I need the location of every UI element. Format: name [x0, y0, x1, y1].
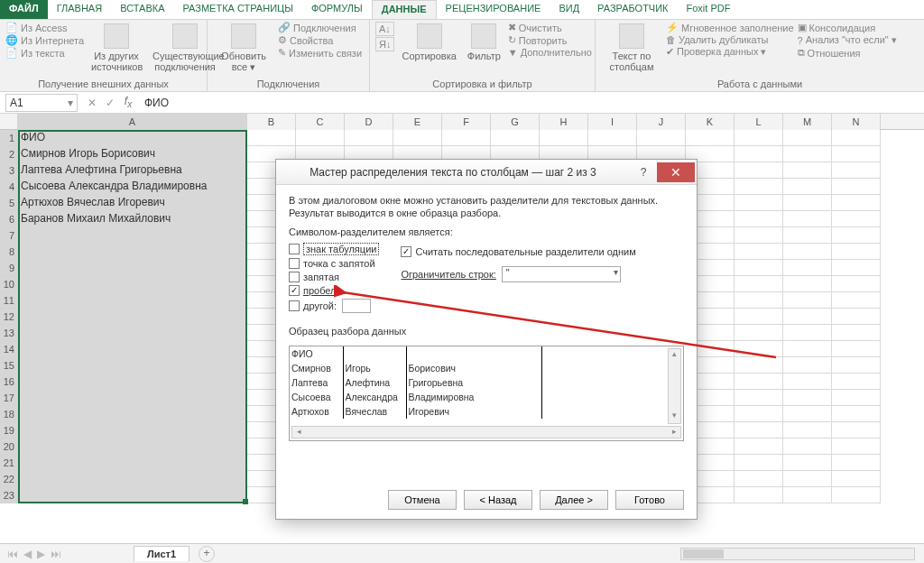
dialog-title: Мастер распределения текста по столбцам … [276, 166, 630, 179]
row-headers[interactable]: 1234567891011121314151617181920212223 [0, 130, 18, 503]
menu-data[interactable]: ДАННЫЕ [372, 0, 437, 19]
tab-nav-next-icon[interactable]: ▶ [37, 548, 45, 560]
rib-flash-fill[interactable]: ⚡ Мгновенное заполнение [666, 22, 794, 33]
chk-comma[interactable]: запятая [289, 272, 379, 282]
menu-formulas[interactable]: ФОРМУЛЫ [302, 0, 372, 19]
horizontal-scrollbar[interactable] [680, 548, 915, 560]
col-header-M[interactable]: M [783, 114, 832, 130]
rib-other-sources[interactable]: Из других источников [88, 22, 145, 74]
chk-semicolon[interactable]: точка с запятой [289, 258, 379, 269]
col-header-H[interactable]: H [540, 114, 588, 130]
group-title-sort: Сортировка и фильтр [375, 78, 589, 91]
btn-finish[interactable]: Готово [615, 490, 684, 510]
rib-advanced[interactable]: ▼ Дополнительно [508, 47, 592, 58]
col-header-G[interactable]: G [491, 114, 540, 130]
rib-sort[interactable]: Сортировка [398, 22, 459, 63]
formula-bar: A1▾ ✕ ✓ fx ФИО [0, 92, 924, 114]
menu-review[interactable]: РЕЦЕНЗИРОВАНИЕ [437, 0, 550, 19]
rib-sort-az-icon[interactable]: А↓ [375, 22, 394, 36]
col-header-K[interactable]: K [686, 114, 735, 130]
rib-from-web[interactable]: 🌐 Из Интернета [5, 34, 84, 46]
sheet-tab-bar: ⏮ ◀ ▶ ⏭ Лист1 + [0, 543, 924, 563]
rib-reapply[interactable]: ↻ Повторить [508, 34, 592, 46]
add-sheet-button[interactable]: + [199, 546, 215, 562]
preview-box: ФИОСмирновИгорьБорисовичЛаптеваАлефтинаГ… [289, 346, 684, 441]
tab-nav-last-icon[interactable]: ⏭ [51, 548, 61, 560]
col-header-I[interactable]: I [588, 114, 637, 130]
preview-table: ФИОСмирновИгорьБорисовичЛаптеваАлефтинаГ… [290, 346, 542, 419]
col-header-N[interactable]: N [832, 114, 881, 130]
col-header-D[interactable]: D [345, 114, 393, 130]
menu-layout[interactable]: РАЗМЕТКА СТРАНИЦЫ [173, 0, 301, 19]
rib-consolidate[interactable]: ▣ Консолидация [798, 22, 897, 33]
rib-relations[interactable]: ⧉ Отношения [798, 47, 897, 59]
dialog-titlebar[interactable]: Мастер распределения текста по столбцам … [276, 160, 697, 185]
chk-space[interactable]: пробел [289, 285, 379, 296]
menu-foxit[interactable]: Foxit PDF [678, 0, 740, 19]
group-title-ext: Получение внешних данных [5, 78, 201, 91]
rib-from-text[interactable]: 📄 Из текста [5, 47, 84, 59]
sheet-tab[interactable]: Лист1 [134, 546, 189, 561]
rib-filter[interactable]: Фильтр [464, 22, 504, 63]
menu-insert[interactable]: ВСТАВКА [111, 0, 173, 19]
tab-nav-first-icon[interactable]: ⏮ [7, 548, 18, 560]
menu-file[interactable]: ФАЙЛ [0, 0, 48, 19]
group-title-tools: Работа с данными [601, 78, 919, 91]
cancel-icon[interactable]: ✕ [83, 97, 101, 109]
formula-input[interactable]: ФИО [137, 97, 169, 109]
close-button[interactable]: ✕ [657, 162, 695, 182]
rib-refresh-all[interactable]: Обновить все ▾ [213, 22, 274, 75]
chk-consecutive[interactable]: Считать последовательные разделители одн… [401, 246, 635, 257]
btn-cancel[interactable]: Отмена [388, 490, 457, 510]
preview-label: Образец разбора данных [289, 326, 684, 337]
group-title-conn: Подключения [213, 78, 364, 91]
qualifier-combo[interactable]: " [502, 266, 621, 282]
rib-data-val[interactable]: ✔ Проверка данных ▾ [666, 46, 794, 58]
chk-other[interactable]: другой: [289, 299, 379, 313]
btn-next[interactable]: Далее > [540, 490, 608, 510]
text-to-columns-dialog: Мастер распределения текста по столбцам … [275, 159, 698, 520]
rib-whatif[interactable]: ? Анализ "что если" ▾ [798, 34, 897, 46]
enter-icon[interactable]: ✓ [101, 97, 119, 109]
name-box[interactable]: A1▾ [5, 94, 78, 112]
rib-from-access[interactable]: 📄 Из Access [5, 22, 84, 33]
preview-vscroll[interactable]: ▴▾ [668, 348, 681, 424]
rib-remove-dupes[interactable]: 🗑 Удалить дубликаты [666, 34, 794, 45]
preview-hscroll[interactable]: ◂▸ [291, 426, 681, 438]
rib-edit-links[interactable]: ✎ Изменить связи [278, 47, 362, 59]
menu-home[interactable]: ГЛАВНАЯ [48, 0, 111, 19]
delim-section-label: Символом-разделителем является: [289, 226, 684, 237]
chk-tab[interactable]: знак табуляции [289, 243, 379, 255]
tab-nav-prev-icon[interactable]: ◀ [23, 548, 32, 560]
col-header-J[interactable]: J [637, 114, 686, 130]
dialog-intro: В этом диалоговом окне можно установить … [289, 194, 684, 219]
col-header-E[interactable]: E [393, 114, 442, 130]
fx-icon[interactable]: fx [119, 95, 137, 109]
col-header-L[interactable]: L [735, 114, 783, 130]
col-header-F[interactable]: F [442, 114, 491, 130]
rib-text-to-columns[interactable]: Текст по столбцам [601, 22, 662, 74]
rib-sort-za-icon[interactable]: Я↓ [375, 37, 394, 51]
rib-connections[interactable]: 🔗 Подключения [278, 22, 362, 33]
rib-properties[interactable]: ⚙ Свойства [278, 34, 362, 46]
menu-bar: ФАЙЛ ГЛАВНАЯ ВСТАВКА РАЗМЕТКА СТРАНИЦЫ Ф… [0, 0, 924, 20]
menu-developer[interactable]: РАЗРАБОТЧИК [588, 0, 677, 19]
col-header-C[interactable]: C [296, 114, 345, 130]
ribbon: 📄 Из Access 🌐 Из Интернета 📄 Из текста И… [0, 20, 924, 92]
qualifier-label: Ограничитель строк: [401, 269, 495, 280]
other-delim-input[interactable] [342, 299, 371, 313]
help-button[interactable]: ? [630, 166, 657, 179]
btn-back[interactable]: < Назад [464, 490, 532, 510]
col-header-A[interactable]: A [18, 114, 247, 130]
col-header-B[interactable]: B [247, 114, 296, 130]
menu-view[interactable]: ВИД [550, 0, 588, 19]
rib-clear[interactable]: ✖ Очистить [508, 22, 592, 33]
